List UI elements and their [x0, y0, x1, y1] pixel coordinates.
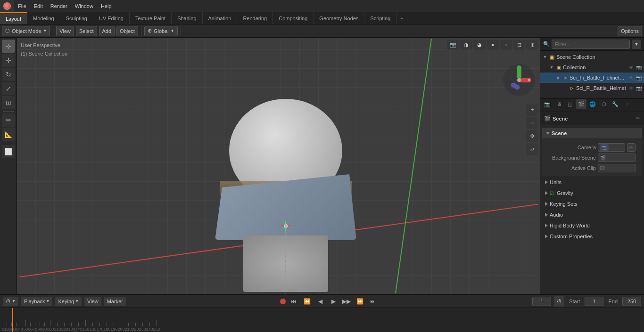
outliner-filter-btn[interactable]: ▼ [632, 40, 641, 49]
prev-frame-btn[interactable]: ◀ [315, 296, 325, 307]
outliner-scene-collection[interactable]: ▼ ▣ Scene Collection [540, 52, 644, 62]
units-section[interactable]: Units [542, 177, 642, 187]
scale-tool[interactable]: ⤢ [2, 82, 15, 95]
props-view-layer-tab[interactable]: ◫ [565, 99, 575, 109]
active-clip-input[interactable]: 🎞 [598, 164, 636, 172]
viewport-shading-material[interactable]: ◕ [473, 40, 486, 50]
render-toggle[interactable]: 📷 [636, 74, 642, 81]
tab-texture-paint[interactable]: Texture Paint [130, 12, 172, 24]
menu-edit[interactable]: Edit [30, 0, 47, 12]
gravity-section[interactable]: ☑ Gravity [542, 188, 642, 198]
zoom-out-btn[interactable]: − [526, 117, 538, 129]
jump-end-btn[interactable]: ⏭ [368, 296, 378, 307]
camera-input[interactable]: 📷 [598, 143, 625, 152]
visibility-toggle[interactable]: 👁 [628, 64, 635, 71]
props-output-tab[interactable]: 🖥 [553, 99, 564, 109]
tab-layout[interactable]: Layout [0, 12, 27, 24]
current-frame-input[interactable] [532, 297, 551, 306]
timeline-ruler[interactable]: 0 10 20 30 40 50 60 70 80 90 100 110 120… [0, 308, 644, 332]
props-object-tab[interactable]: ⬡ [599, 99, 609, 109]
fps-btn[interactable]: ⏱ [554, 296, 564, 307]
viewport-shading-solid[interactable]: ◑ [460, 40, 472, 50]
tab-uv-editing[interactable]: UV Editing [93, 12, 130, 24]
add-cube-tool[interactable]: ⬜ [2, 145, 15, 158]
viewport-shading-wireframe[interactable]: ○ [500, 40, 512, 50]
next-keyframe-btn[interactable]: ⏩ [355, 296, 365, 307]
select-tool[interactable]: ⊹ [2, 40, 15, 53]
props-scene-tab[interactable]: 🎬 [576, 99, 586, 109]
view-menu[interactable]: View [56, 26, 74, 36]
next-frame-btn[interactable]: ▶▶ [341, 296, 352, 307]
play-btn[interactable]: ▶ [328, 296, 339, 307]
add-menu[interactable]: Add [99, 26, 115, 36]
outliner-collection-row[interactable]: ▼ ▣ Collection 👁 📷 [540, 62, 644, 73]
transform-tool[interactable]: ⊞ [2, 96, 15, 109]
view-btn[interactable]: View [84, 297, 101, 306]
outliner-helmet-mesh-row[interactable]: ⊳ Sci_Fi_Battle_Helmet 👁 📷 [540, 83, 644, 93]
zoom-in-btn[interactable]: + [526, 104, 538, 116]
measure-tool[interactable]: 📐 [2, 128, 15, 141]
tab-compositing[interactable]: Compositing [273, 12, 314, 24]
pan-btn[interactable]: ✥ [526, 130, 538, 142]
transform-selector[interactable]: ⊕ Global ▼ [144, 26, 178, 36]
tab-modeling[interactable]: Modeling [27, 12, 60, 24]
end-frame-input[interactable] [622, 297, 641, 306]
record-button[interactable] [280, 299, 286, 304]
tab-rendering[interactable]: Rendering [237, 12, 273, 24]
chevron-down-icon: ▼ [171, 29, 174, 33]
audio-section[interactable]: Audio [542, 210, 642, 220]
gravity-checkbox[interactable]: ☑ [550, 191, 554, 196]
marker-btn[interactable]: Marker [104, 297, 126, 306]
visibility-toggle[interactable]: 👁 [628, 74, 635, 81]
right-panels: 🔍 ▼ ▼ ▣ Scene Collection ▼ ▣ [540, 38, 644, 294]
tab-scripting[interactable]: Scripting [364, 12, 396, 24]
annotate-tool[interactable]: ✏ [2, 113, 15, 127]
custom-properties-section[interactable]: Custom Properties [542, 231, 642, 242]
menu-window[interactable]: Window [71, 0, 97, 12]
menu-help[interactable]: Help [97, 0, 116, 12]
viewport-overlay-toggle[interactable]: ⊡ [513, 40, 525, 50]
playback-btn[interactable]: Playback ▼ [21, 297, 53, 306]
props-world-tab[interactable]: 🌐 [587, 99, 598, 109]
select-menu[interactable]: Select [76, 26, 97, 36]
tab-add-button[interactable]: + [396, 16, 407, 21]
jump-start-btn[interactable]: ⏮ [289, 296, 299, 307]
render-toggle[interactable]: 📷 [636, 85, 642, 91]
render-toggle[interactable]: 📷 [636, 64, 642, 71]
tab-shading[interactable]: Shading [172, 12, 202, 24]
tab-sculpting[interactable]: Sculpting [60, 12, 93, 24]
camera-view-btn[interactable]: 📷 [447, 40, 459, 50]
props-render-tab[interactable]: 📷 [542, 99, 553, 109]
camera-edit-btn[interactable]: ✏ [627, 143, 636, 152]
start-frame-input[interactable] [585, 297, 603, 306]
mode-selector[interactable]: ⬡ Object Mode ▼ [2, 26, 50, 36]
edit-scene-btn[interactable]: ✏ [636, 115, 640, 121]
menu-render[interactable]: Render [47, 0, 71, 12]
outliner-search[interactable] [552, 40, 630, 49]
expand-arrow [545, 224, 548, 227]
rigid-body-world-section[interactable]: Rigid Body World [542, 220, 642, 231]
scene-section-header[interactable]: Scene [542, 128, 642, 138]
background-scene-input[interactable]: 🎬 [598, 154, 636, 162]
viewport-shading-rendered[interactable]: ● [487, 40, 499, 50]
navigation-gizmo[interactable]: X [503, 64, 536, 97]
move-tool[interactable]: ✛ [2, 54, 15, 67]
props-modifiers-tab[interactable]: 🔧 [610, 99, 620, 109]
orbit-btn[interactable]: ⤾ [526, 143, 538, 155]
ruler-mark-190: 190 [110, 323, 117, 332]
tab-animation[interactable]: Animation [203, 12, 238, 24]
viewport-gizmo-toggle[interactable]: ⊕ [526, 40, 538, 50]
prev-keyframe-btn[interactable]: ⏪ [302, 296, 312, 307]
menu-file[interactable]: File [14, 0, 30, 12]
visibility-toggle[interactable]: 👁 [628, 85, 635, 91]
rotate-tool[interactable]: ↻ [2, 68, 15, 81]
object-menu[interactable]: Object [116, 26, 138, 36]
tab-geometry-nodes[interactable]: Geometry Nodes [314, 12, 364, 24]
keying-sets-section[interactable]: Keying Sets [542, 199, 642, 209]
options-button[interactable]: Options [618, 26, 642, 36]
outliner-helmet-001-row[interactable]: ▶ ⊳ Sci_Fi_Battle_Helmet_001 👁 📷 [540, 73, 644, 83]
props-particles-tab[interactable]: ⁖ [621, 99, 632, 109]
timeline-mode-btn[interactable]: ⏱ ▼ [3, 297, 18, 306]
3d-viewport[interactable]: User Perspective (1) Scene Collection 📷 … [17, 38, 540, 294]
keying-btn[interactable]: Keying ▼ [55, 297, 82, 306]
